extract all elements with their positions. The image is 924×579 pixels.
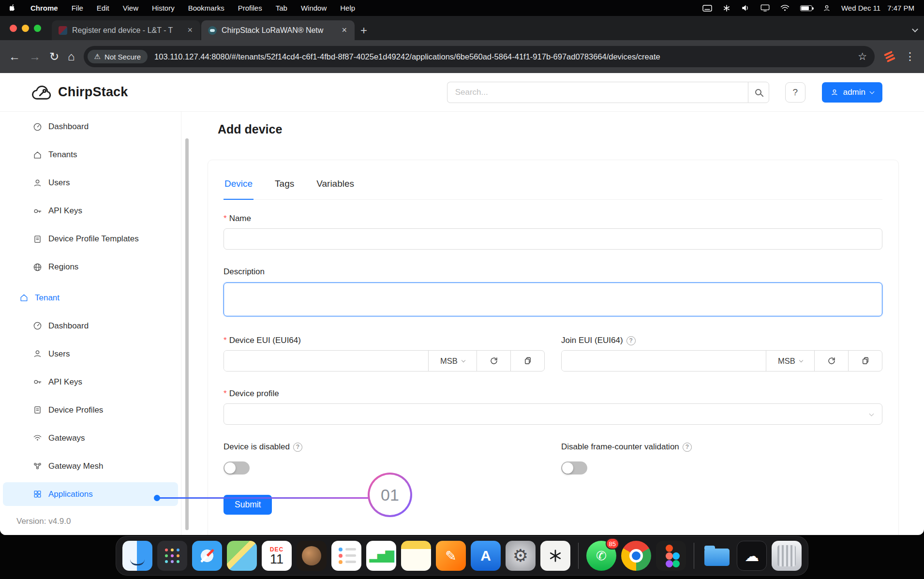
dock-contacts-icon[interactable] [297,541,327,571]
menu-item-history[interactable]: History [152,4,175,12]
url-text[interactable]: 103.110.127.44:8080/#/tenants/52f14cd4-c… [154,52,851,61]
dock-calendar-icon[interactable]: DEC 11 [262,541,292,571]
tab-variables[interactable]: Variables [315,172,355,199]
device-profile-select[interactable] [224,403,882,425]
menu-item-tab[interactable]: Tab [276,4,287,12]
dock-pencil-editor-icon[interactable]: ✎ [436,541,466,571]
close-tab-icon[interactable]: × [341,25,348,35]
sidebar-item-tenant-dashboard[interactable]: Dashboard [3,314,178,338]
chatgpt-icon[interactable] [723,4,730,12]
dock-numbers-icon[interactable]: ▂▅▇ [366,541,396,571]
sidebar-item-dashboard[interactable]: Dashboard [3,115,178,139]
back-button[interactable]: ← [9,51,20,62]
join-eui-copy-button[interactable] [848,351,882,371]
dock-maps-icon[interactable] [227,541,257,571]
dock-chrome-icon[interactable] [621,541,651,571]
sidebar-group-tenant[interactable]: Tenant [3,286,178,310]
menu-item-window[interactable]: Window [301,4,327,12]
wifi-icon[interactable] [780,4,790,12]
sidebar-item-tenant-api-keys[interactable]: API Keys [3,370,178,394]
dock-launchpad-icon[interactable] [157,541,187,571]
browser-tab-chirpstack[interactable]: ChirpStack LoRaWAN® Netw × [201,20,355,40]
menu-item-profiles[interactable]: Profiles [238,4,262,12]
sidebar-item-api-keys[interactable]: API Keys [3,199,178,223]
dock-whatsapp-icon[interactable]: ✆ 85 [586,541,616,571]
dock-finder-icon[interactable] [122,541,152,571]
address-bar[interactable]: ⚠ Not Secure 103.110.127.44:8080/#/tenan… [84,46,875,67]
sidebar-item-device-profile-templates[interactable]: Device Profile Templates [3,227,178,251]
sidebar-item-gateways[interactable]: Gateways [3,426,178,450]
forward-button[interactable]: → [29,51,41,62]
dock-safari-icon[interactable] [192,541,222,571]
copy-icon [523,356,532,365]
device-eui-input[interactable] [224,351,428,371]
menu-item-bookmarks[interactable]: Bookmarks [188,4,224,12]
scrollbar-thumb[interactable] [185,138,189,530]
menu-item-help[interactable]: Help [340,4,355,12]
dock-files-folder-icon[interactable] [702,541,732,571]
close-window-button[interactable] [10,25,17,32]
menu-item-edit[interactable]: Edit [97,4,109,12]
keyboard-icon[interactable] [702,5,712,12]
tab-favicon [59,26,67,35]
join-eui-byte-order-dropdown[interactable]: MSB [766,351,814,371]
display-icon[interactable] [760,4,770,12]
battery-icon[interactable] [800,5,812,11]
sidebar-item-device-profiles[interactable]: Device Profiles [3,398,178,422]
close-tab-icon[interactable]: × [186,25,194,35]
join-eui-generate-button[interactable] [814,351,848,371]
sidebar-item-gateway-mesh[interactable]: Gateway Mesh [3,454,178,478]
dock-notes-icon[interactable] [401,541,431,571]
bookmark-star-icon[interactable]: ☆ [858,51,867,62]
question-circle-icon[interactable]: ? [293,443,302,452]
menu-item-view[interactable]: View [123,4,138,12]
apple-icon[interactable] [10,4,17,12]
device-eui-copy-button[interactable] [510,351,544,371]
reload-button[interactable]: ↻ [49,51,59,62]
sidebar-item-label: Applications [48,490,93,499]
minimize-window-button[interactable] [22,25,29,32]
dock-app-store-icon[interactable]: A [471,541,501,571]
frame-counter-toggle[interactable] [561,461,587,475]
chirpstack-logo[interactable]: ChirpStack [31,84,128,101]
sidebar-item-tenant-users[interactable]: Users [3,342,178,366]
tab-tags[interactable]: Tags [274,172,295,199]
sidebar-item-applications[interactable]: Applications [3,482,178,506]
dock-chatgpt-icon[interactable] [540,541,570,571]
tab-device[interactable]: Device [224,172,253,200]
sidebar-item-users[interactable]: Users [3,171,178,195]
menu-item-chrome[interactable]: Chrome [30,4,58,12]
new-tab-button[interactable]: + [360,25,367,36]
device-eui-generate-button[interactable] [477,351,510,371]
fullscreen-window-button[interactable] [34,25,41,32]
home-button[interactable]: ⌂ [68,51,75,62]
tab-search-chevron-icon[interactable] [913,25,917,33]
user-menu-button[interactable]: admin [822,82,882,103]
help-button[interactable]: ? [785,82,805,103]
dock-cloud-storage-icon[interactable]: ☁ [737,541,767,571]
description-textarea[interactable] [224,282,882,316]
menu-item-file[interactable]: File [72,4,83,12]
security-chip[interactable]: ⚠ Not Secure [88,50,148,63]
dock-trash-icon[interactable] [772,541,802,571]
dock-settings-icon[interactable]: ⚙ [506,541,536,571]
sidebar-item-tenants[interactable]: Tenants [3,143,178,167]
volume-icon[interactable] [741,4,750,12]
dock-figma-icon[interactable] [656,541,686,571]
join-eui-input[interactable] [562,351,766,371]
device-eui-byte-order-dropdown[interactable]: MSB [428,351,477,371]
question-circle-icon[interactable]: ? [683,443,692,452]
name-input[interactable] [224,228,882,250]
device-disabled-toggle[interactable] [224,461,250,475]
menu-bar-clock[interactable]: Wed Dec 11 7:47 PM [841,4,914,12]
browser-menu-icon[interactable]: ⋮ [905,50,915,63]
dock-reminders-icon[interactable] [331,541,361,571]
user-switch-icon[interactable] [823,4,831,12]
search-input[interactable] [447,82,748,103]
search-button[interactable] [748,82,769,103]
sidebar-item-regions[interactable]: Regions [3,255,178,279]
browser-tab-register-end-device[interactable]: Register end device - L&T - T × [52,20,200,40]
extensions-icon[interactable] [885,54,894,59]
join-eui-field: Join EUI (EUI64) ? MSB [561,336,882,371]
question-circle-icon[interactable]: ? [626,336,636,345]
